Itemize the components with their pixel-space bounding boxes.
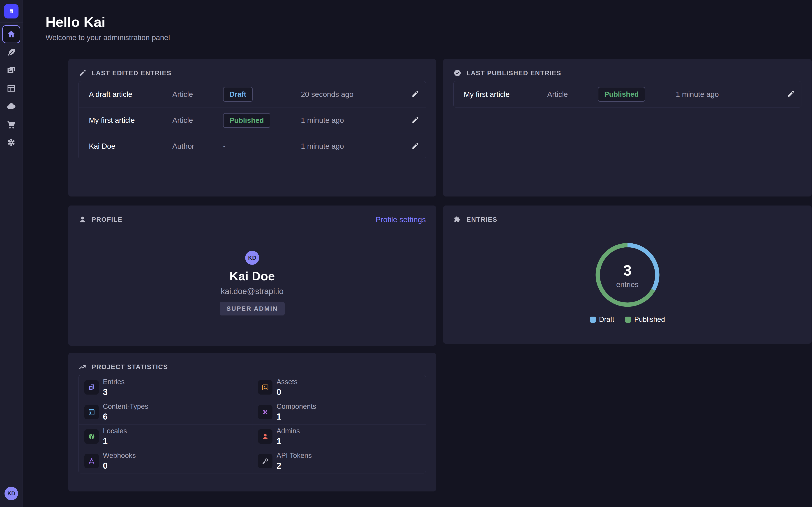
stat-admins: Admins 1: [252, 424, 425, 449]
stat-value: 0: [276, 387, 298, 397]
entry-name: My first article: [464, 90, 547, 99]
sidebar-item-media-library[interactable]: [0, 61, 23, 79]
status-badge: Published: [598, 87, 645, 102]
stat-label: Locales: [103, 427, 127, 435]
sidebar-item-content-manager[interactable]: [0, 43, 23, 61]
panel-title: LAST EDITED ENTRIES: [92, 69, 171, 77]
feather-icon: [6, 47, 16, 57]
last-published-table: My first article Article Published 1 min…: [453, 81, 801, 108]
edit-entry-button[interactable]: [785, 88, 797, 101]
entry-time: 1 minute ago: [301, 116, 396, 125]
panel-title: LAST PUBLISHED ENTRIES: [466, 69, 561, 77]
draft-swatch: [590, 317, 596, 323]
profile-name: Kai Doe: [68, 269, 436, 283]
chart-legend: Draft Published: [443, 316, 812, 324]
panel-profile: PROFILE Profile settings KD Kai Doe kai.…: [68, 206, 436, 346]
stat-label: Webhooks: [103, 452, 136, 460]
stat-locales: Locales 1: [79, 424, 252, 449]
entry-type: Article: [547, 90, 598, 99]
panel-last-edited-entries: LAST EDITED ENTRIES A draft article Arti…: [68, 59, 436, 196]
pencil-icon: [787, 90, 795, 98]
stat-label: Admins: [276, 427, 300, 435]
pencil-icon: [411, 90, 419, 98]
role-badge: SUPER ADMIN: [220, 302, 285, 316]
puzzle-icon: [453, 215, 461, 224]
stats-grid: Entries 3 Assets 0: [79, 375, 426, 473]
profile-email: kai.doe@strapi.io: [68, 287, 436, 296]
panel-header: LAST EDITED ENTRIES: [79, 68, 426, 78]
sidebar-item-settings[interactable]: [0, 133, 23, 152]
trend-up-icon: [79, 363, 87, 371]
status-badge: Published: [223, 113, 270, 128]
user-avatar[interactable]: KD: [4, 487, 18, 500]
documents-icon: [88, 383, 96, 391]
table-row[interactable]: Kai Doe Author - 1 minute ago: [79, 133, 425, 159]
entry-type: Author: [172, 142, 223, 151]
layout-icon: [88, 408, 96, 416]
panel-title: PROJECT STATISTICS: [92, 363, 168, 371]
stat-api-tokens: API Tokens 2: [252, 449, 425, 473]
stat-value: 1: [276, 412, 316, 421]
table-row[interactable]: My first article Article Published 1 min…: [454, 81, 801, 107]
entry-time: 1 minute ago: [676, 90, 772, 99]
entries-donut-chart: 3 entries: [594, 241, 661, 309]
last-edited-table: A draft article Article Draft 20 seconds…: [79, 81, 426, 159]
stat-value: 1: [103, 437, 127, 446]
table-row[interactable]: My first article Article Published 1 min…: [79, 107, 425, 133]
cart-icon: [6, 119, 16, 129]
sidebar-item-marketplace[interactable]: [0, 115, 23, 133]
home-icon: [6, 30, 16, 39]
stat-components: Components 1: [252, 400, 425, 424]
stat-label: Entries: [103, 378, 124, 386]
sidebar-item-content-type-builder[interactable]: [0, 79, 23, 97]
entry-time: 20 seconds ago: [301, 90, 396, 99]
profile-body: KD Kai Doe kai.doe@strapi.io SUPER ADMIN: [68, 206, 436, 346]
pencil-icon: [79, 69, 87, 77]
sidebar-item-cloud[interactable]: [0, 97, 23, 115]
cloud-icon: [6, 101, 16, 111]
sidebar-bottom: KD: [0, 481, 22, 507]
edit-entry-button[interactable]: [409, 88, 421, 101]
strapi-logo[interactable]: [4, 4, 18, 18]
panel-entries: ENTRIES 3 entries Draft Published: [443, 206, 812, 344]
entry-type: Article: [172, 90, 223, 99]
edit-entry-button[interactable]: [409, 140, 421, 153]
panel-header: ENTRIES: [453, 215, 801, 224]
stat-webhooks: Webhooks 0: [79, 449, 252, 473]
donut-label: entries: [594, 280, 661, 289]
stat-entries: Entries 3: [79, 375, 252, 400]
person-icon: [261, 433, 269, 441]
stat-value: 3: [103, 387, 124, 397]
entry-time: 1 minute ago: [301, 142, 396, 151]
layout-icon: [6, 83, 16, 93]
status-badge: Draft: [223, 87, 253, 102]
legend-label: Published: [634, 316, 665, 324]
edit-entry-button[interactable]: [409, 114, 421, 127]
sidebar-divider: [0, 22, 23, 23]
webhook-icon: [88, 457, 96, 465]
panel-last-published-entries: LAST PUBLISHED ENTRIES My first article …: [443, 59, 812, 196]
page-title: Hello Kai: [46, 14, 105, 30]
panel-title: ENTRIES: [466, 216, 497, 223]
table-row[interactable]: A draft article Article Draft 20 seconds…: [79, 81, 425, 107]
published-swatch: [625, 317, 631, 323]
stat-assets: Assets 0: [252, 375, 425, 400]
sidebar: KD: [0, 0, 23, 507]
gear-icon: [6, 137, 16, 147]
entry-name: A draft article: [89, 90, 172, 99]
stat-label: API Tokens: [276, 452, 312, 460]
stat-label: Content-Types: [103, 402, 148, 410]
stat-value: 0: [103, 461, 136, 471]
pencil-icon: [411, 116, 419, 124]
sidebar-item-home[interactable]: [0, 25, 23, 43]
key-icon: [261, 457, 269, 465]
entry-name: Kai Doe: [89, 142, 172, 151]
main-content: Hello Kai Welcome to your administration…: [23, 0, 812, 507]
media-library-icon: [6, 65, 16, 75]
pencil-icon: [411, 142, 419, 150]
panel-project-statistics: PROJECT STATISTICS Entries 3: [68, 353, 436, 492]
globe-icon: [88, 433, 96, 441]
legend-item-published: Published: [625, 316, 665, 324]
stat-value: 2: [276, 461, 312, 471]
stat-label: Assets: [276, 378, 298, 386]
